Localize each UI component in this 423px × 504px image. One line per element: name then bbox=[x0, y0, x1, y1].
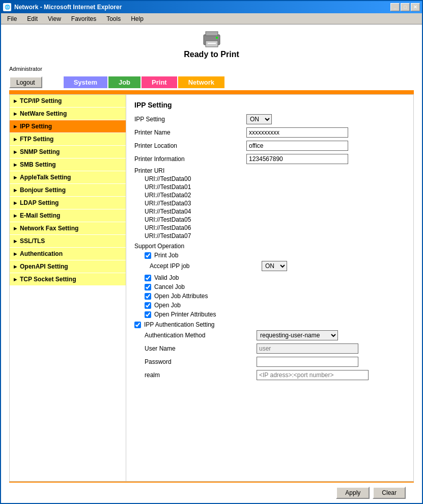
tab-network[interactable]: Network bbox=[178, 76, 224, 88]
username-input[interactable] bbox=[257, 343, 358, 354]
top-section: Ready to Print bbox=[1, 24, 422, 63]
ipp-setting-select[interactable]: ON OFF bbox=[246, 114, 272, 124]
printer-info-input[interactable] bbox=[246, 154, 348, 164]
nav-tabs: Logout System Job Print Network bbox=[1, 74, 422, 90]
open-job-attr-checkbox[interactable] bbox=[145, 293, 151, 300]
printer-uri-label: Printer URI bbox=[134, 167, 405, 174]
title-bar: 🌐 Network - Microsoft Internet Explorer … bbox=[1, 1, 422, 13]
ipp-auth-label: IPP Authentication Setting bbox=[144, 321, 215, 328]
sidebar-item-ftp[interactable]: FTP Setting bbox=[10, 133, 126, 146]
svg-rect-3 bbox=[208, 43, 216, 44]
tab-system[interactable]: System bbox=[64, 76, 107, 88]
minimize-button[interactable]: _ bbox=[390, 3, 400, 11]
sidebar-item-netware[interactable]: NetWare Setting bbox=[10, 108, 126, 120]
sidebar-item-smb[interactable]: SMB Setting bbox=[10, 158, 126, 171]
uri-item-0: URI://TestData00 bbox=[134, 175, 405, 182]
content-layout: TCP/IP Setting NetWare Setting IPP Setti… bbox=[1, 94, 422, 482]
open-job-attr-label: Open Job Attributes bbox=[154, 293, 208, 300]
valid-job-checkbox[interactable] bbox=[145, 275, 151, 281]
tab-print[interactable]: Print bbox=[142, 76, 177, 88]
auth-method-row: Authentication Method requesting-user-na… bbox=[134, 330, 405, 340]
printer-icon bbox=[202, 30, 222, 48]
menu-view[interactable]: View bbox=[44, 14, 65, 23]
open-job-checkbox[interactable] bbox=[145, 302, 151, 309]
valid-job-label: Valid Job bbox=[154, 274, 179, 281]
sidebar-item-ssl[interactable]: SSL/TLS bbox=[10, 235, 126, 248]
username-row: User Name bbox=[134, 343, 405, 354]
password-row: Password bbox=[134, 357, 405, 367]
ipp-auth-checkbox[interactable] bbox=[134, 322, 141, 328]
realm-input[interactable] bbox=[257, 370, 369, 380]
sidebar-item-tcpsocket[interactable]: TCP Socket Setting bbox=[10, 273, 126, 286]
accept-ipp-select[interactable]: ON OFF bbox=[262, 261, 287, 271]
window-title: Network - Microsoft Internet Explorer bbox=[14, 4, 122, 11]
open-printer-attr-label: Open Printer Attributes bbox=[154, 311, 216, 318]
close-button[interactable]: ✕ bbox=[411, 3, 420, 11]
panel-title: IPP Setting bbox=[134, 101, 405, 109]
tab-job[interactable]: Job bbox=[108, 76, 140, 88]
logout-button[interactable]: Logout bbox=[9, 76, 42, 88]
sidebar-item-auth[interactable]: Authentication bbox=[10, 248, 126, 260]
svg-point-4 bbox=[216, 37, 218, 39]
apply-button[interactable]: Apply bbox=[336, 487, 370, 499]
sidebar-item-email[interactable]: E-Mail Setting bbox=[10, 209, 126, 222]
app-icon: 🌐 bbox=[3, 3, 11, 11]
open-job-row: Open Job bbox=[134, 302, 405, 309]
print-job-checkbox[interactable] bbox=[145, 252, 151, 259]
sidebar-item-openapi[interactable]: OpenAPI Setting bbox=[10, 260, 126, 273]
sidebar-item-ipp[interactable]: IPP Setting bbox=[10, 120, 126, 133]
sidebar: TCP/IP Setting NetWare Setting IPP Setti… bbox=[9, 94, 126, 482]
main-panel: IPP Setting IPP Setting ON OFF Printer N… bbox=[126, 94, 414, 482]
open-printer-attr-row: Open Printer Attributes bbox=[134, 311, 405, 318]
password-input[interactable] bbox=[257, 357, 358, 367]
ipp-setting-label: IPP Setting bbox=[134, 116, 246, 123]
title-bar-left: 🌐 Network - Microsoft Internet Explorer bbox=[3, 3, 122, 11]
cancel-job-checkbox[interactable] bbox=[145, 284, 151, 290]
sidebar-item-tcpip[interactable]: TCP/IP Setting bbox=[10, 95, 126, 108]
printer-name-row: Printer Name bbox=[134, 127, 405, 138]
accept-ipp-row: Accept IPP job ON OFF bbox=[134, 261, 405, 271]
clear-button[interactable]: Clear bbox=[373, 487, 406, 499]
main-content: Ready to Print Administrator Logout Syst… bbox=[1, 24, 422, 503]
sidebar-item-ldap[interactable]: LDAP Setting bbox=[10, 197, 126, 209]
bottom-bar: Apply Clear bbox=[9, 482, 414, 503]
sidebar-item-appletalk[interactable]: AppleTalk Setting bbox=[10, 171, 126, 184]
uri-item-1: URI://TestData01 bbox=[134, 183, 405, 191]
open-printer-attr-checkbox[interactable] bbox=[145, 311, 151, 318]
accept-ipp-label: Accept IPP job bbox=[150, 262, 262, 270]
main-window: 🌐 Network - Microsoft Internet Explorer … bbox=[0, 0, 423, 504]
admin-section: Administrator bbox=[1, 63, 422, 74]
valid-job-row: Valid Job bbox=[134, 274, 405, 281]
uri-item-7: URI://TestData07 bbox=[134, 232, 405, 240]
menu-help[interactable]: Help bbox=[127, 14, 148, 23]
maximize-button[interactable]: □ bbox=[401, 3, 410, 11]
svg-rect-1 bbox=[206, 32, 218, 36]
ready-status: Ready to Print bbox=[184, 50, 239, 59]
uri-item-2: URI://TestData02 bbox=[134, 192, 405, 199]
printer-info-label: Printer Information bbox=[134, 155, 246, 163]
uri-item-3: URI://TestData03 bbox=[134, 200, 405, 207]
orange-separator bbox=[9, 90, 414, 94]
printer-name-label: Printer Name bbox=[134, 129, 246, 136]
admin-label: Administrator bbox=[9, 66, 42, 72]
sidebar-item-snmp[interactable]: SNMP Setting bbox=[10, 146, 126, 158]
menu-tools[interactable]: Tools bbox=[102, 14, 125, 23]
print-job-row: Print Job bbox=[134, 252, 405, 259]
printer-location-label: Printer Location bbox=[134, 142, 246, 149]
menu-edit[interactable]: Edit bbox=[23, 14, 42, 23]
auth-method-label: Authentication Method bbox=[145, 332, 257, 339]
cancel-job-row: Cancel Job bbox=[134, 283, 405, 290]
sidebar-item-networkfax[interactable]: Network Fax Setting bbox=[10, 222, 126, 235]
ipp-setting-row: IPP Setting ON OFF bbox=[134, 114, 405, 124]
auth-method-select[interactable]: requesting-user-name digest bbox=[257, 330, 338, 340]
username-label: User Name bbox=[145, 345, 257, 352]
sidebar-item-bonjour[interactable]: Bonjour Setting bbox=[10, 184, 126, 197]
print-job-label: Print Job bbox=[154, 252, 178, 259]
title-bar-buttons: _ □ ✕ bbox=[390, 3, 420, 11]
menu-file[interactable]: File bbox=[3, 14, 21, 23]
printer-name-input[interactable] bbox=[246, 127, 348, 138]
printer-location-input[interactable] bbox=[246, 141, 348, 151]
menu-favorites[interactable]: Favorites bbox=[67, 14, 100, 23]
printer-uri-section: Printer URI URI://TestData00 URI://TestD… bbox=[134, 167, 405, 240]
password-label: Password bbox=[145, 358, 257, 365]
